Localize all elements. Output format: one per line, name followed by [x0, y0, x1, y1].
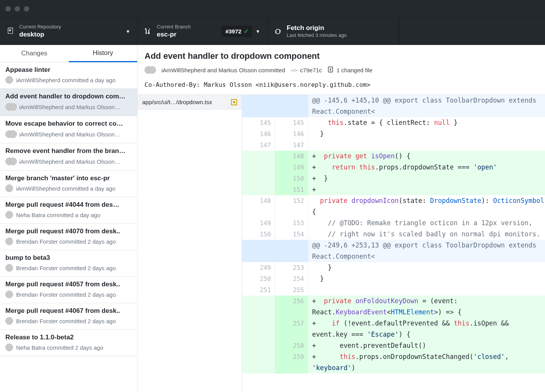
diff-line: 151+ [242, 184, 545, 195]
commit-item[interactable]: Remove event handler from the bran…iAmWi… [0, 143, 137, 171]
file-path: app/src/ui/t…/dropdown.tsx [142, 99, 212, 105]
commit-item-meta-text: iAmWillShepherd and Markus Olsson… [19, 158, 120, 165]
title-bar [0, 0, 545, 17]
diff-line: 149+ return this.props.dropdownState ===… [242, 162, 545, 173]
commit-item-meta-text: iAmWillShepherd and Markus Olsson… [19, 131, 120, 138]
commit-item[interactable]: Add event handler to dropdown com…iAmWil… [0, 89, 137, 116]
sync-icon [274, 28, 281, 35]
fetch-button[interactable]: Fetch origin Last fetched 3 minutes ago [268, 18, 399, 45]
commit-item-meta: Neha Batra committed 2 days ago [5, 344, 132, 351]
pr-badge[interactable]: #3972 ✓ [221, 26, 253, 37]
commit-item-title: Merge pull request #4057 from desk.. [5, 281, 132, 288]
commit-item-meta-text: iAmWillShepherd and Markus Olsson… [19, 104, 120, 110]
commit-item[interactable]: Merge pull request #4070 from desk..Bren… [0, 224, 137, 250]
window-zoom-icon[interactable] [24, 6, 29, 12]
tab-history[interactable]: History [69, 45, 138, 62]
commit-item-meta: Brendan Forster committed 2 days ago [5, 264, 132, 272]
diff-line: 249253 } [242, 262, 545, 273]
file-list: app/src/ui/t…/dropdown.tsx [138, 95, 242, 392]
commit-item-meta: iAmWillShepherd committed a day ago [5, 184, 132, 192]
commit-item[interactable]: Merge pull request #4044 from des…Neha B… [0, 197, 137, 224]
avatar [5, 238, 13, 245]
commit-item-meta: Brendan Forster committed 2 days ago [5, 317, 132, 325]
git-pull-request-icon [145, 28, 151, 35]
avatar-pair [5, 130, 16, 138]
commit-detail: Add event handler to dropdown component … [138, 45, 545, 392]
commit-item[interactable]: Move escape behavior to correct co…iAmWi… [0, 116, 137, 143]
commit-item-meta: Brendan Forster committed 2 days ago [5, 291, 132, 298]
commit-item-meta-text: Brendan Forster committed 2 days ago [16, 318, 116, 324]
diff-line: @@ -145,6 +145,10 @@ export class Toolba… [242, 95, 545, 117]
commit-list[interactable]: Appease linteriAmWillShepherd committed … [0, 62, 137, 392]
commit-item-title: Add event handler to dropdown com… [5, 93, 132, 100]
diff-line: 149153 // @TODO: Remake triangle octicon… [242, 218, 545, 229]
commit-item-meta: Neha Batra committed a day ago [5, 211, 132, 219]
commit-item-title: Appease linter [5, 66, 132, 74]
commit-item-meta: Brendan Forster committed 2 days ago [5, 238, 132, 245]
diff-line: 150154 // right now it's scaled badly on… [242, 229, 545, 240]
commit-authors: iAmWillShepherd and Markus Olsson commit… [161, 67, 285, 73]
diff-line: 145145 this.state = { clientRect: null } [242, 117, 545, 128]
commit-item-meta-text: Brendan Forster committed 2 days ago [16, 265, 116, 271]
fetch-label: Fetch origin [287, 24, 347, 32]
commit-item[interactable]: Release to 1.1.0-beta2Neha Batra committ… [0, 330, 137, 356]
diff-line: 146146 } [242, 128, 545, 140]
commit-title: Add event handler to dropdown component [145, 51, 538, 61]
commit-item-meta-text: iAmWillShepherd committed a day ago [16, 185, 115, 192]
pr-number: #3972 [225, 28, 241, 35]
check-icon: ✓ [244, 28, 249, 35]
file-item[interactable]: app/src/ui/t…/dropdown.tsx [138, 95, 242, 110]
diff-line: 258+ event.preventDefault() [242, 340, 545, 351]
commit-item-title: bump to beta3 [5, 254, 132, 262]
modified-icon [231, 99, 237, 105]
commit-item-title: Merge branch 'master' into esc-pr [5, 174, 132, 182]
toolbar: Current Repository desktop ▼ Current Bra… [0, 17, 545, 45]
avatar [148, 66, 156, 74]
commit-sha: c79e71c [300, 67, 322, 73]
avatar [5, 211, 13, 219]
commit-item-title: Merge pull request #4070 from desk.. [5, 228, 132, 235]
commit-item-meta: iAmWillShepherd and Markus Olsson… [5, 157, 132, 166]
changed-files: 1 changed file [337, 67, 372, 73]
avatar [5, 184, 13, 192]
diff-line: 147147 [242, 140, 545, 151]
commit-item[interactable]: Appease linteriAmWillShepherd committed … [0, 62, 137, 89]
commit-item-meta-text: Neha Batra committed 2 days ago [16, 344, 103, 351]
repo-selector[interactable]: Current Repository desktop ▼ [0, 18, 138, 45]
avatar-pair [145, 66, 156, 74]
avatar-pair [5, 103, 16, 111]
commit-body: Co-Authored-By: Markus Olsson <niik@user… [138, 78, 545, 95]
avatar [5, 317, 13, 325]
window-minimize-icon[interactable] [15, 6, 20, 12]
chevron-down-icon: ▼ [256, 29, 260, 34]
commit-item[interactable]: Merge pull request #4067 from desk..Bren… [0, 303, 137, 330]
avatar [5, 344, 13, 351]
fetch-sub: Last fetched 3 minutes ago [287, 32, 347, 39]
avatar [5, 76, 13, 84]
tab-changes[interactable]: Changes [0, 45, 69, 62]
diff-line: 251255 [242, 284, 545, 296]
repo-icon [7, 28, 14, 35]
commit-item[interactable]: Merge pull request #4057 from desk..Bren… [0, 277, 137, 303]
avatar [5, 264, 13, 272]
commit-item-meta: iAmWillShepherd and Markus Olsson… [5, 103, 132, 111]
avatar-pair [5, 157, 16, 166]
avatar [5, 291, 13, 298]
branch-selector[interactable]: Current Branch esc-pr #3972 ✓ ▼ [138, 18, 268, 45]
commit-item[interactable]: bump to beta3Brendan Forster committed 2… [0, 250, 137, 277]
repo-label: Current Repository [19, 24, 61, 30]
commit-item-meta-text: Neha Batra committed a day ago [16, 212, 100, 218]
window-close-icon[interactable] [5, 6, 11, 12]
commit-item-meta: iAmWillShepherd committed a day ago [5, 76, 132, 84]
commit-item-meta: iAmWillShepherd and Markus Olsson… [5, 130, 132, 138]
commit-item-title: Move escape behavior to correct co… [5, 120, 132, 128]
commit-item[interactable]: Merge branch 'master' into esc-priAmWill… [0, 171, 137, 197]
diff-icon [327, 66, 334, 73]
diff-line: 259+ this.props.onDropdownStateChanged('… [242, 351, 545, 374]
commit-item-title: Merge pull request #4044 from des… [5, 201, 132, 209]
diff-line: 150+ } [242, 173, 545, 184]
diff-line: 250254 } [242, 273, 545, 284]
diff-view[interactable]: @@ -145,6 +145,10 @@ export class Toolba… [242, 95, 545, 392]
commit-item-meta-text: Brendan Forster committed 2 days ago [16, 291, 116, 298]
chevron-down-icon: ▼ [126, 29, 130, 34]
